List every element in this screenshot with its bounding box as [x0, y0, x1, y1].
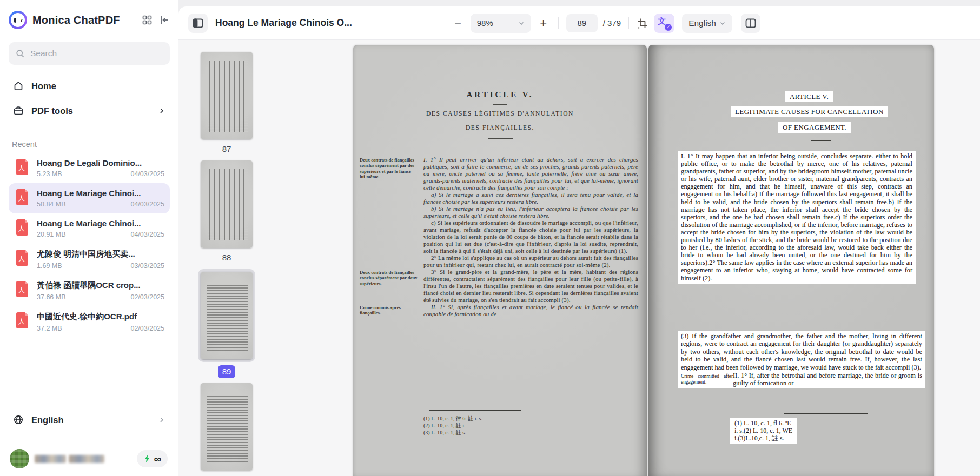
- file-name: Hoang Le Mariage Chinoi...: [37, 189, 164, 198]
- split-view-icon[interactable]: [741, 14, 760, 33]
- file-name: 黃伯禄 函牘舉隅OCR crop...: [37, 280, 164, 291]
- chevron-right-icon: [158, 416, 165, 424]
- sidebar-item-label: PDF tools: [31, 106, 73, 116]
- file-date: 04/03/2025: [130, 200, 164, 208]
- thumbnail-page-number: 90: [222, 474, 231, 476]
- recent-file-item[interactable]: 人 尤陳俊 明清中国房地买卖... 1.69 MB03/03/2025: [9, 244, 170, 275]
- sidebar-item-home[interactable]: Home: [9, 73, 170, 98]
- translate-check-icon: ✓: [665, 24, 672, 31]
- recent-section-label: Recent: [9, 140, 170, 149]
- page-thumbnail-88[interactable]: 88: [201, 160, 253, 264]
- translated-paragraph-block: I. 1° It may happen that an inferior bei…: [678, 151, 916, 284]
- translated-article-subtitle-2: OF ENGAGEMENT.: [778, 122, 851, 133]
- translate-language-value: English: [688, 18, 716, 28]
- page-thumbnail-87[interactable]: 87: [201, 52, 253, 156]
- svg-text:人: 人: [18, 286, 25, 294]
- page-body-text: Deux contrats de fiançailles conclus sép…: [360, 156, 638, 318]
- file-size: 50.84 MB: [37, 200, 66, 208]
- file-size: 1.69 MB: [37, 262, 62, 270]
- svg-text:人: 人: [18, 195, 25, 202]
- app-title: Monica ChatPDF: [32, 14, 120, 26]
- thumbnail-panel-toggle-button[interactable]: [188, 14, 208, 33]
- rule: [488, 138, 513, 139]
- translate-language-dropdown[interactable]: English: [682, 14, 732, 33]
- apps-grid-icon[interactable]: [142, 15, 153, 25]
- divider: [6, 440, 172, 440]
- margin-note: Crime committed after engagement.: [681, 372, 733, 387]
- crop-adjust-icon[interactable]: [637, 17, 648, 29]
- file-name: Hoang Le Mariage Chinoi...: [37, 219, 164, 228]
- recent-file-list: 人 Hoang De Legali Dominio... 5.23 MB04/0…: [9, 153, 170, 338]
- margin-note: Crime commis après fiançailles.: [360, 304, 423, 318]
- bolt-icon: [143, 454, 151, 463]
- svg-text:人: 人: [18, 255, 25, 263]
- file-size: 37.2 MB: [37, 325, 62, 332]
- pdf-file-icon: 人: [14, 249, 30, 266]
- pdf-page-translated[interactable]: ARTICLE V. LEGITIMATE CAUSES FOR CANCELL…: [648, 45, 934, 476]
- pdf-page-original[interactable]: ARTICLE V. DES CAUSES LÉGITIMES D'ANNULA…: [353, 45, 647, 476]
- pdf-file-icon: 人: [14, 158, 30, 176]
- recent-file-item[interactable]: 人 中國近代史.徐中約OCR.pdf 37.2 MB02/03/2025: [9, 306, 170, 338]
- account-row[interactable]: ∞: [9, 447, 170, 468]
- pdf-content-area: 87 88 89 90 ARTICLE V. DES CA: [178, 41, 980, 476]
- paragraph: a) Si le mariage a suivi ces dernières f…: [423, 191, 638, 205]
- pdf-file-icon: 人: [14, 219, 30, 236]
- zoom-level-value: 98%: [477, 18, 493, 28]
- zoom-in-button[interactable]: +: [537, 17, 551, 29]
- chevron-down-icon: [518, 20, 525, 26]
- language-selector[interactable]: English: [9, 407, 170, 432]
- home-icon: [13, 81, 24, 91]
- translate-toggle-icon[interactable]: 文 ✓: [654, 14, 674, 33]
- sidebar-item-pdf-tools[interactable]: PDF tools: [9, 98, 170, 123]
- footnote-rule: [429, 410, 521, 411]
- monica-logo-icon: ‹: [9, 11, 27, 29]
- search-box[interactable]: [9, 42, 170, 65]
- recent-file-item[interactable]: 人 黃伯禄 函牘舉隅OCR crop... 37.66 MB02/03/2025: [9, 275, 170, 306]
- pdf-file-icon: 人: [14, 189, 30, 206]
- document-title: Hoang Le Mariage Chinois O...: [215, 17, 352, 29]
- margin-note: Deux contrats de fiançailles conclus sép…: [360, 269, 423, 304]
- footnote: (1) L. 10, c. 1, 律 6. 註 i. s.: [423, 415, 521, 422]
- main-panel: Hoang Le Mariage Chinois O... − 98% + / …: [178, 6, 980, 476]
- footnote: (3) L. 10, c. 1, 註 s.: [423, 429, 521, 436]
- translated-paragraph: (3) If the grandfather and grandmother, …: [681, 332, 922, 371]
- margin-note: [360, 219, 423, 254]
- rule: [493, 104, 507, 105]
- file-size: 37.66 MB: [37, 293, 66, 301]
- svg-text:人: 人: [18, 164, 25, 172]
- footnote: i. s.(2) L. 10, c. 1, WE: [734, 427, 792, 434]
- thumbnail-page-number: 88: [222, 251, 231, 264]
- file-size: 20.91 MB: [37, 231, 66, 238]
- article-title: ARTICLE V.: [353, 90, 647, 99]
- recent-file-item[interactable]: 人 Hoang De Legali Dominio... 5.23 MB04/0…: [9, 153, 170, 183]
- search-icon: [16, 49, 25, 58]
- quota-pill[interactable]: ∞: [137, 450, 168, 467]
- pdf-toolbar: Hoang Le Mariage Chinois O... − 98% + / …: [178, 6, 980, 40]
- file-date: 02/03/2025: [130, 293, 164, 301]
- page-number-input[interactable]: [566, 14, 598, 32]
- thumbnail-rail: 87 88 89 90: [178, 41, 275, 476]
- zoom-out-button[interactable]: −: [451, 17, 465, 29]
- file-date: 04/03/2025: [130, 231, 164, 238]
- search-input[interactable]: [30, 49, 163, 58]
- footnote-rule: [784, 413, 868, 414]
- rule: [811, 140, 831, 141]
- zoom-level-dropdown[interactable]: 98%: [471, 14, 531, 33]
- svg-text:人: 人: [18, 225, 25, 232]
- translated-footnotes: (1) L. 10, c. 1, fl 6. ªE i. s.(2) L. 10…: [730, 418, 797, 444]
- footnote: i.(3)L.10,c. 1, 註 s.: [734, 434, 792, 442]
- margin-note: [360, 205, 423, 219]
- file-size: 5.23 MB: [37, 170, 62, 178]
- avatar[interactable]: [10, 449, 29, 468]
- recent-file-item[interactable]: 人 Hoang Le Mariage Chinoi... 20.91 MB04/…: [9, 213, 170, 244]
- article-subtitle-2: DES FIANÇAILLES.: [353, 124, 647, 131]
- collapse-sidebar-icon[interactable]: [159, 15, 170, 25]
- language-label: English: [31, 415, 64, 425]
- globe-icon: [13, 414, 24, 425]
- page-thumbnail-90[interactable]: 90: [201, 383, 253, 476]
- paragraph: 2° La même loi s'applique au cas où un s…: [423, 254, 638, 269]
- recent-file-item-selected[interactable]: 人 Hoang Le Mariage Chinoi... 50.84 MB04/…: [9, 183, 170, 213]
- translated-article-subtitle-1: LEGITIMATE CAUSES FOR CANCELLATION: [731, 106, 888, 117]
- page-thumbnail-89-selected[interactable]: 89: [198, 269, 255, 378]
- translate-glyph: 文: [658, 16, 666, 26]
